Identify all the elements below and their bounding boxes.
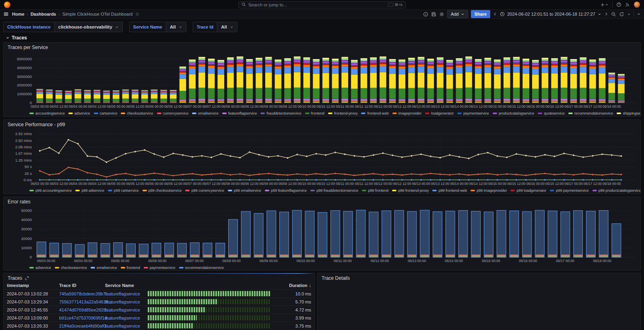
legend-item[interactable]: emailservice xyxy=(91,266,117,270)
legend-item[interactable]: frontend-web xyxy=(361,111,388,115)
panel-title[interactable]: Trace Details xyxy=(318,273,640,281)
legend-color-marker xyxy=(55,267,59,269)
panel-title[interactable]: Error rates xyxy=(4,197,640,205)
legend-item[interactable]: p99 frontend xyxy=(362,189,388,193)
table-row[interactable]: 2024-07-03 13:02:28745a59078cbdeec39b7..… xyxy=(4,289,314,297)
table-row[interactable]: 2024-07-03 13:29:3475563771413a22a54618.… xyxy=(4,297,314,305)
col-duration[interactable]: Duration↓ xyxy=(281,283,311,288)
legend-item[interactable]: p99 cartservice xyxy=(108,189,139,193)
legend-item[interactable]: p99 adservice xyxy=(75,189,104,193)
legend-item[interactable]: p99 frontend-web xyxy=(432,189,467,193)
time-shift-back-icon[interactable] xyxy=(493,12,497,16)
legend-item[interactable]: paymentservice xyxy=(457,111,489,115)
legend-item[interactable]: cartservice xyxy=(94,111,118,115)
legend-item[interactable]: featureflagservice xyxy=(222,111,257,115)
menu-icon[interactable] xyxy=(3,11,9,17)
legend-item[interactable]: frontend-proxy xyxy=(328,111,358,115)
table-row[interactable]: 2024-07-03 13:26:3321ff4a0ceeaeb4fd90af0… xyxy=(4,322,314,330)
variable-value-dropdown[interactable]: clickhouse-observability xyxy=(55,22,122,32)
breadcrumb-home[interactable]: Home xyxy=(12,12,25,16)
cell-service-link[interactable]: featureflagservice xyxy=(105,307,148,312)
legend-item[interactable]: frauddetectionservice xyxy=(260,111,301,115)
legend-item[interactable]: imageprovider xyxy=(392,111,422,115)
legend-item[interactable]: p99 checkoutservice xyxy=(142,189,182,193)
legend-item[interactable]: frontend xyxy=(121,266,140,270)
svg-text:06/08 00:00: 06/08 00:00 xyxy=(221,182,240,186)
add-new-icon[interactable] xyxy=(600,2,609,7)
cell-service-link[interactable]: featureflagservice xyxy=(105,324,148,328)
svg-text:2.50 mins: 2.50 mins xyxy=(15,138,32,143)
panel-links-icon[interactable] xyxy=(25,276,29,281)
table-row[interactable]: 2024-07-03 13:09:00b91ce47d753709695f1d.… xyxy=(4,314,314,322)
legend-item[interactable]: currencyservice xyxy=(157,111,189,115)
user-avatar[interactable] xyxy=(634,2,640,8)
legend-item[interactable]: quoteservice xyxy=(538,111,565,115)
grafana-logo-icon[interactable] xyxy=(4,2,10,8)
time-shift-forward-icon[interactable] xyxy=(604,12,608,16)
refresh-icon[interactable] xyxy=(619,12,624,17)
legend-item[interactable]: p99 frontend-proxy xyxy=(392,189,429,193)
panel-title[interactable]: Traces xyxy=(4,273,314,281)
cell-trace-id-link[interactable]: 41474d0769d85ee2828... xyxy=(59,307,105,312)
cell-service-link[interactable]: featureflagservice xyxy=(105,291,148,296)
collapse-toolbar-icon[interactable] xyxy=(637,12,641,16)
legend-label: p99 imageprovider xyxy=(477,189,507,193)
col-trace-id[interactable]: Trace ID xyxy=(59,283,105,288)
table-row[interactable]: 2024-07-03 12:45:5541474d0769d85ee2828..… xyxy=(4,305,314,314)
legend-item[interactable]: frontend xyxy=(305,111,324,115)
favorite-star-icon[interactable]: ☆ xyxy=(135,11,140,17)
cell-service-link[interactable]: featureflagservice xyxy=(105,316,148,320)
legend-item[interactable]: recommendationservice xyxy=(568,111,613,115)
row-traces[interactable]: Traces xyxy=(3,35,641,42)
legend-item[interactable]: p99 accountingservice xyxy=(29,189,72,193)
save-dashboard-icon[interactable] xyxy=(431,12,436,17)
share-button[interactable]: Share xyxy=(471,10,491,18)
search-input[interactable]: Search or jump to... ⌘+k xyxy=(238,1,406,8)
legend-item[interactable]: productcatalogservice xyxy=(493,111,534,115)
legend-item[interactable]: p99 productcatalogservice xyxy=(592,189,640,193)
legend-item[interactable]: p99 frauddetectionservice xyxy=(310,189,358,193)
zoom-out-time-icon[interactable] xyxy=(611,12,616,17)
news-icon[interactable] xyxy=(625,2,630,7)
legend-item[interactable]: loadgenerator xyxy=(425,111,454,115)
add-button[interactable]: Add xyxy=(447,10,468,18)
legend-item[interactable]: paymentservice xyxy=(144,266,175,270)
panel-title[interactable]: Traces per Service xyxy=(4,43,640,51)
legend-item[interactable]: shippingservice xyxy=(617,111,640,115)
panel-title[interactable]: Service Performance - p99 xyxy=(4,120,640,128)
svg-text:06/07 00:00: 06/07 00:00 xyxy=(183,182,202,186)
help-icon[interactable] xyxy=(616,2,621,7)
legend-item[interactable]: adservice xyxy=(68,111,90,115)
legend-item[interactable]: adservice xyxy=(29,266,51,270)
cell-trace-id-link[interactable]: 21ff4a0ceeaeb4fd90af0... xyxy=(59,324,105,328)
variable-value-dropdown[interactable]: All xyxy=(166,22,186,32)
svg-text:06/11 12:00: 06/11 12:00 xyxy=(355,105,373,109)
col-timestamp[interactable]: timestamp xyxy=(7,283,59,288)
legend-item[interactable]: p99 emailservice xyxy=(228,189,261,193)
refresh-interval-icon[interactable] xyxy=(627,12,631,16)
legend-item[interactable]: checkoutservice xyxy=(55,266,87,270)
legend-item[interactable]: accountingservice xyxy=(29,111,65,115)
time-range-picker[interactable]: 2024-06-02 12:01:51 to 2024-06-18 11:27:… xyxy=(500,12,601,16)
legend-item[interactable]: checkoutservice xyxy=(121,111,153,115)
duration-gauge xyxy=(148,307,271,312)
dashboard-settings-icon[interactable] xyxy=(439,12,444,17)
legend-item[interactable]: p99 paymentservice xyxy=(550,189,588,193)
sort-desc-icon: ↓ xyxy=(309,283,312,288)
legend-item[interactable]: p99 loadgenerator xyxy=(510,189,546,193)
dashboard-variables: ClickHouse instance clickhouse-observabi… xyxy=(0,19,644,35)
breadcrumb-dashboards[interactable]: Dashboards xyxy=(31,12,56,16)
cell-trace-id-link[interactable]: b91ce47d753709695f1d... xyxy=(59,316,105,320)
legend-item[interactable]: recommendationservice xyxy=(179,266,224,270)
chevron-down-icon xyxy=(179,25,182,29)
legend-item[interactable]: p99 imageprovider xyxy=(471,189,507,193)
legend-item[interactable]: p99 currencyservice xyxy=(185,189,224,193)
cell-service-link[interactable]: featureflagservice xyxy=(105,299,148,304)
legend-item[interactable]: p99 featureflagservice xyxy=(265,189,307,193)
col-service-name[interactable]: Service Name xyxy=(105,283,148,288)
cell-trace-id-link[interactable]: 75563771413a22a54618... xyxy=(59,299,105,304)
cell-trace-id-link[interactable]: 745a59078cbdeec39b7... xyxy=(59,291,105,296)
dashboard-insights-icon[interactable] xyxy=(423,12,428,17)
legend-item[interactable]: emailservice xyxy=(192,111,218,115)
variable-value-dropdown[interactable]: All xyxy=(217,22,237,32)
